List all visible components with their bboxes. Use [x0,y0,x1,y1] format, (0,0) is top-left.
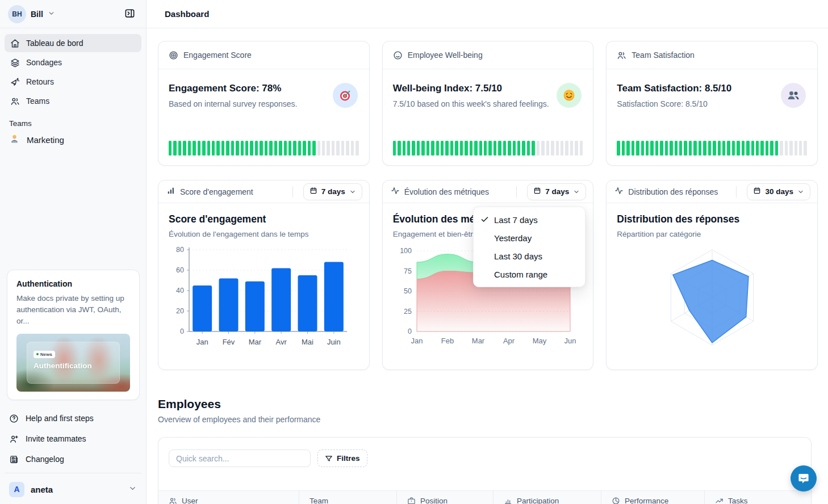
employees-table-card: Filtres User Team [158,437,812,504]
svg-text:Mar: Mar [249,338,262,346]
help-circle-icon [9,414,19,423]
progress-segment [513,141,516,156]
trending-up-icon [715,497,724,504]
dropdown-item[interactable]: Custom range [474,265,585,283]
column-header-participation[interactable]: Participation [494,491,601,504]
sidebar-item-label: Retours [26,77,54,86]
progress-segment [708,141,711,156]
progress-segment [226,141,229,156]
column-header-team[interactable]: Team [299,491,397,504]
progress-segment [169,141,172,156]
changelog-link-label: Changelog [26,455,64,464]
promo-image[interactable]: News Authentification [16,334,130,392]
progress-segment [288,141,291,156]
kpi-card-engagement: Engagement Score Engagement Score: 78% B… [158,41,370,166]
column-header-position[interactable]: Position [397,491,494,504]
column-label: Position [420,497,448,504]
progress-bar [383,141,593,165]
kpi-subtitle: Satisfaction Score: 8.5/10 [617,99,807,108]
progress-segment [398,141,400,156]
progress-segment [356,141,358,156]
chat-launcher-button[interactable] [791,465,817,492]
progress-segment [412,141,415,156]
svg-text:40: 40 [176,287,184,295]
progress-segment [279,141,282,156]
chart-card-header: Score d'engagement 7 days [158,180,369,203]
chevron-down-icon[interactable] [48,9,55,19]
svg-text:Jan: Jan [411,337,423,345]
progress-segment [746,141,749,156]
progress-segment [766,141,768,156]
calendar-icon [310,187,317,196]
column-label: Tasks [728,497,748,504]
collapse-sidebar-button[interactable] [121,6,138,23]
svg-text:100: 100 [400,247,412,255]
progress-segment [207,141,210,156]
progress-segment [488,141,491,156]
progress-segment [775,141,778,156]
sidebar-item-dashboard[interactable]: Tableau de bord [5,34,141,52]
progress-segment [541,141,544,156]
progress-segment [484,141,487,156]
dropdown-item[interactable]: Yesterday [474,229,585,247]
svg-text:25: 25 [404,308,412,316]
progress-segment [760,141,763,156]
news-dot-icon [36,353,39,355]
column-header-user[interactable]: User [158,491,299,504]
user-name[interactable]: Bill [31,10,43,19]
column-label: User [182,497,198,504]
sidebar-item-teams[interactable]: Teams [5,92,141,110]
kpi-header-label: Team Satisfaction [632,51,695,60]
dart-target-emoji [333,83,358,108]
progress-segment [298,141,301,156]
target-icon [169,51,178,60]
help-link[interactable]: Help and first steps [5,408,141,429]
progress-segment [479,141,482,156]
chart-header-label: Distribution des réponses [628,187,731,196]
sidebar-nav: Tableau de bord Sondages Retours Teams [0,28,146,110]
sidebar-team-marketing[interactable]: Marketing [0,130,146,149]
progress-segment [198,141,200,156]
progress-segment [250,141,253,156]
search-input[interactable] [169,450,311,467]
progress-segment [789,141,792,156]
sidebar-item-surveys[interactable]: Sondages [5,53,141,72]
chevron-down-icon [128,484,137,495]
kpi-card-header: Team Satisfaction [607,41,817,69]
column-header-performance[interactable]: Performance [601,491,705,504]
progress-segment [646,141,649,156]
sidebar-item-feedback[interactable]: Retours [5,73,141,91]
progress-segment [522,141,525,156]
date-range-button[interactable]: 7 days [303,183,362,200]
kpi-subtitle: 7.5/10 based on this week's shared feeli… [393,99,583,108]
chevron-down-icon [573,188,580,195]
employees-subtitle: Overview of employees and their performa… [158,415,818,424]
dropdown-item-label: Yesterday [494,233,532,243]
user-avatar[interactable]: BH [8,5,26,23]
changelog-link[interactable]: Changelog [5,449,141,469]
date-range-button[interactable]: 7 days [527,183,586,200]
date-range-button[interactable]: 30 days [747,183,810,200]
filters-button[interactable]: Filtres [317,450,367,467]
bar-chart: 020406080JanFévMarAvrMaiJuin [169,244,359,353]
progress-segment [580,141,583,156]
progress-segment [265,141,267,156]
progress-segment [617,141,620,156]
app: BH Bill Tableau de bord [0,0,828,504]
svg-text:Fév: Fév [223,338,235,346]
sidebar-item-label: Tableau de bord [26,39,83,48]
progress-segment [727,141,730,156]
workspace-switcher[interactable]: A aneta [5,477,141,502]
progress-segment [460,141,463,156]
progress-segment [665,141,668,156]
invite-teammates-link[interactable]: Invite teammates [5,429,141,449]
column-header-tasks[interactable]: Tasks [705,491,811,504]
svg-text:60: 60 [176,266,184,274]
progress-segment [421,141,424,156]
dropdown-item[interactable]: Last 30 days [474,247,585,265]
promo-card-authentication[interactable]: Authentication Make docs private by sett… [7,270,140,400]
column-label: Team [310,497,328,504]
dropdown-item[interactable]: Last 7 days [474,211,585,229]
help-link-label: Help and first steps [26,414,94,423]
progress-segment [336,141,339,156]
